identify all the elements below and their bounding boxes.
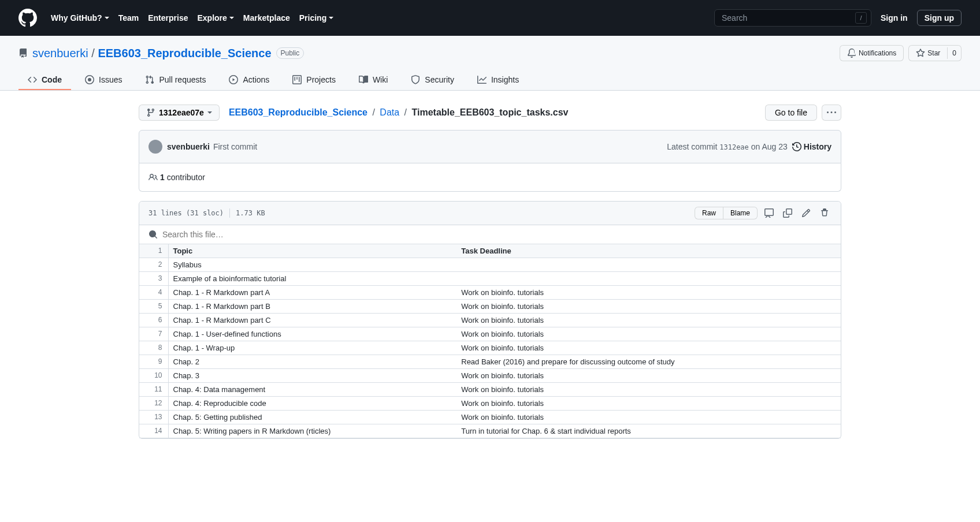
line-number: 4 (139, 286, 168, 300)
table-row: 4Chap. 1 - R Markdown part AWork on bioi… (139, 286, 841, 300)
tab-wiki[interactable]: Wiki (350, 70, 397, 90)
line-number: 10 (139, 369, 168, 383)
commit-sha[interactable]: 1312eae (719, 143, 749, 151)
csv-cell (456, 272, 841, 286)
csv-table: 1TopicTask Deadline 2Syllabus3Example of… (139, 244, 841, 438)
file-nav-actions: Go to file (765, 105, 841, 121)
csv-cell: Chap. 3 (168, 369, 456, 383)
line-number: 6 (139, 314, 168, 327)
copy-button[interactable] (781, 206, 795, 220)
tab-code[interactable]: Code (18, 70, 71, 90)
tab-projects[interactable]: Projects (283, 70, 345, 90)
chevron-down-icon (207, 111, 212, 114)
raw-button[interactable]: Raw (695, 207, 723, 219)
csv-cell: Chap. 1 - User-defined functions (168, 327, 456, 341)
table-row: 3Example of a bioinformatic tutorial (139, 272, 841, 286)
line-number: 7 (139, 327, 168, 341)
file-header-actions: Raw Blame (695, 206, 831, 220)
avatar[interactable] (149, 140, 162, 154)
table-row: 8Chap. 1 - Wrap-upWork on bioinfo. tutor… (139, 341, 841, 355)
repo-title-row: svenbuerki / EEB603_Reproducible_Science… (18, 45, 962, 61)
file-box: 31 lines (31 sloc) 1.73 KB Raw Blame 1To… (139, 201, 841, 439)
owner-link[interactable]: svenbuerki (32, 47, 88, 59)
nav-explore[interactable]: Explore (197, 13, 233, 23)
line-number: 8 (139, 341, 168, 355)
signin-link[interactable]: Sign in (881, 13, 908, 23)
content: 1312eae07e EEB603_Reproducible_Science /… (120, 91, 860, 453)
star-button[interactable]: Star 0 (908, 45, 962, 61)
table-row: 12Chap. 4: Reproducible codeWork on bioi… (139, 397, 841, 411)
tab-actions[interactable]: Actions (220, 70, 279, 90)
slash-key-hint: / (855, 12, 867, 24)
table-row: 14Chap. 5: Writing papers in R Markdown … (139, 424, 841, 438)
csv-cell: Turn in tutorial for Chap. 6 & start ind… (456, 424, 841, 438)
desktop-button[interactable] (762, 206, 776, 220)
repo-actions: Notifications Star 0 (840, 45, 962, 61)
play-icon (229, 75, 238, 84)
breadcrumb-folder[interactable]: Data (380, 107, 399, 117)
tab-security[interactable]: Security (402, 70, 463, 90)
table-row: 10Chap. 3Work on bioinfo. tutorials (139, 369, 841, 383)
repo-path: svenbuerki / EEB603_Reproducible_Science (32, 47, 272, 60)
graph-icon (477, 75, 487, 84)
nav-pricing[interactable]: Pricing (299, 13, 333, 23)
book-icon (359, 75, 368, 84)
file-search-input[interactable] (162, 230, 831, 239)
pencil-icon (801, 208, 811, 218)
trash-icon (820, 208, 829, 218)
commit-meta: Latest commit 1312eae on Aug 23 History (667, 142, 831, 151)
github-logo-icon[interactable] (18, 9, 37, 27)
csv-cell: Chap. 2 (168, 355, 456, 369)
nav-enterprise[interactable]: Enterprise (148, 13, 188, 23)
branch-icon (146, 108, 155, 117)
csv-header: Topic (168, 244, 456, 258)
edit-button[interactable] (799, 206, 813, 220)
bell-icon (847, 49, 856, 58)
csv-cell: Work on bioinfo. tutorials (456, 341, 841, 355)
file-search-row (139, 225, 841, 244)
tab-issues[interactable]: Issues (76, 70, 131, 90)
commit-author[interactable]: svenbuerki (167, 142, 210, 151)
kebab-icon (827, 108, 836, 117)
line-number: 3 (139, 272, 168, 286)
contributors-box: 1 contributor (139, 163, 841, 192)
breadcrumb-root[interactable]: EEB603_Reproducible_Science (229, 107, 368, 117)
more-options-button[interactable] (822, 105, 841, 121)
goto-file-button[interactable]: Go to file (765, 105, 817, 121)
branch-select-button[interactable]: 1312eae07e (139, 105, 220, 121)
repo-header: svenbuerki / EEB603_Reproducible_Science… (0, 36, 980, 91)
line-number: 11 (139, 383, 168, 397)
table-row: 13Chap. 5: Getting publishedWork on bioi… (139, 411, 841, 424)
csv-cell: Chap. 1 - Wrap-up (168, 341, 456, 355)
delete-button[interactable] (818, 206, 831, 220)
header-nav: Why GitHub? Team Enterprise Explore Mark… (51, 13, 333, 23)
file-info: 31 lines (31 sloc) 1.73 KB (149, 208, 265, 218)
search-input[interactable] (714, 9, 871, 27)
table-row: 2Syllabus (139, 258, 841, 272)
csv-cell: Chap. 1 - R Markdown part A (168, 286, 456, 300)
nav-marketplace[interactable]: Marketplace (243, 13, 290, 23)
search-icon (149, 230, 158, 239)
nav-team[interactable]: Team (118, 13, 139, 23)
history-icon (792, 142, 801, 151)
commit-box: svenbuerki First commit Latest commit 13… (139, 130, 841, 163)
blame-button[interactable]: Blame (723, 207, 758, 219)
line-number: 5 (139, 300, 168, 314)
history-link[interactable]: History (792, 142, 831, 151)
chevron-down-icon (229, 17, 234, 19)
csv-header: Task Deadline (456, 244, 841, 258)
chevron-down-icon (105, 17, 109, 19)
line-number: 2 (139, 258, 168, 272)
notifications-button[interactable]: Notifications (840, 45, 904, 61)
csv-cell: Chap. 1 - R Markdown part B (168, 300, 456, 314)
table-row: 11Chap. 4: Data managementWork on bioinf… (139, 383, 841, 397)
tab-pull-requests[interactable]: Pull requests (136, 70, 215, 90)
repo-link[interactable]: EEB603_Reproducible_Science (98, 47, 271, 59)
star-icon (916, 49, 925, 58)
signup-button[interactable]: Sign up (917, 10, 962, 26)
commit-message[interactable]: First commit (213, 142, 257, 151)
file-nav-row: 1312eae07e EEB603_Reproducible_Science /… (139, 105, 841, 121)
nav-why-github[interactable]: Why GitHub? (51, 13, 109, 23)
tab-insights[interactable]: Insights (468, 70, 528, 90)
star-count: 0 (947, 47, 961, 59)
